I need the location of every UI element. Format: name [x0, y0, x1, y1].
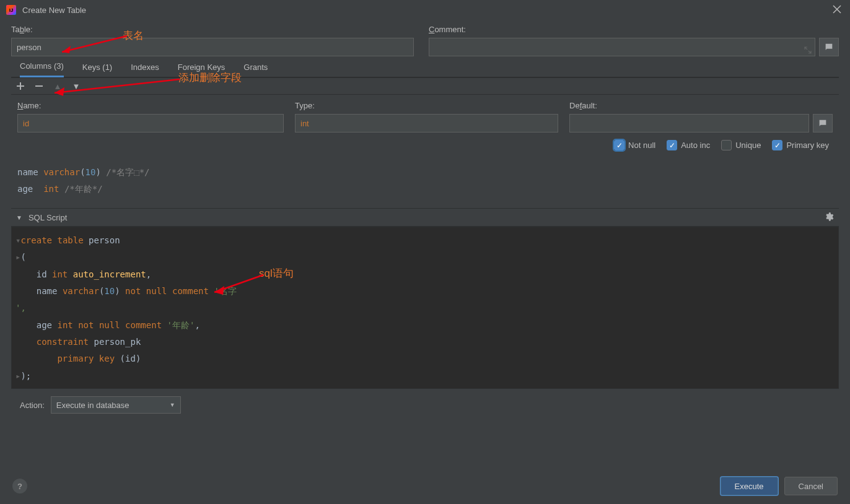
help-button[interactable]: ? [12, 479, 27, 493]
move-up-button: ▲ [52, 80, 63, 92]
execute-button[interactable]: Execute [721, 477, 778, 495]
action-combo[interactable]: Execute in database ▼ [51, 396, 181, 414]
not-null-checkbox[interactable]: Not null [614, 140, 655, 150]
col-name-input[interactable] [17, 114, 284, 133]
chevron-down-icon: ▼ [170, 402, 175, 408]
gear-icon[interactable] [824, 212, 834, 224]
add-column-button[interactable] [15, 80, 26, 92]
tab-columns[interactable]: Columns (3) [20, 61, 64, 77]
window-title: Create New Table [22, 6, 86, 15]
close-button[interactable] [830, 2, 844, 18]
table-comment-input[interactable] [429, 38, 815, 56]
default-expand-button[interactable] [813, 114, 833, 133]
collapse-icon[interactable]: ▼ [16, 214, 22, 221]
tab-keys[interactable]: Keys (1) [82, 63, 112, 77]
col-default-label: Default: [569, 101, 833, 110]
dialog-footer: ? Execute Cancel [0, 468, 850, 504]
col-name-label: Name: [17, 101, 284, 110]
unique-checkbox[interactable]: Unique [721, 140, 761, 150]
col-default-input[interactable] [569, 114, 809, 133]
comment-label: Comment: [429, 25, 839, 34]
column-line: age int /*年龄*/ [17, 181, 833, 198]
column-toolbar: ▲ ▼ [11, 77, 839, 95]
tab-grants[interactable]: Grants [243, 63, 268, 77]
table-name-input[interactable] [11, 38, 414, 56]
dialog-window: IJ Create New Table Table: Comment: [0, 0, 850, 504]
tab-indexes[interactable]: Indexes [131, 63, 159, 77]
tab-foreign-keys[interactable]: Foreign Keys [178, 63, 226, 77]
column-line: name varchar(10) /*名字⬚*/ [17, 164, 833, 181]
table-label: Table: [11, 25, 414, 34]
remove-column-button[interactable] [33, 80, 45, 92]
col-type-input[interactable] [295, 114, 558, 133]
auto-inc-checkbox[interactable]: Auto inc [667, 140, 710, 150]
titlebar: IJ Create New Table [0, 0, 850, 20]
sql-section-title: SQL Script [28, 213, 67, 222]
sql-editor[interactable]: ▾create table person ▸( id int auto_incr… [11, 227, 839, 389]
expand-icon[interactable] [804, 46, 812, 54]
columns-preview: name varchar(10) /*名字⬚*/ age int /*年龄*/ [11, 158, 839, 208]
column-editor: Name: Type: Default: Not null Auto [11, 95, 839, 158]
header-fields: Table: Comment: [11, 25, 839, 56]
tab-bar: Columns (3) Keys (1) Indexes Foreign Key… [11, 56, 839, 77]
col-type-label: Type: [295, 101, 558, 110]
action-combo-value: Execute in database [56, 401, 129, 410]
sql-section-header[interactable]: ▼ SQL Script [11, 208, 839, 227]
comment-expand-button[interactable] [819, 38, 839, 56]
action-label: Action: [20, 401, 45, 410]
app-logo-icon: IJ [6, 5, 16, 15]
move-down-button[interactable]: ▼ [71, 80, 82, 92]
primary-key-checkbox[interactable]: Primary key [772, 140, 829, 150]
action-row: Action: Execute in database ▼ [11, 389, 839, 421]
cancel-button[interactable]: Cancel [784, 477, 838, 495]
